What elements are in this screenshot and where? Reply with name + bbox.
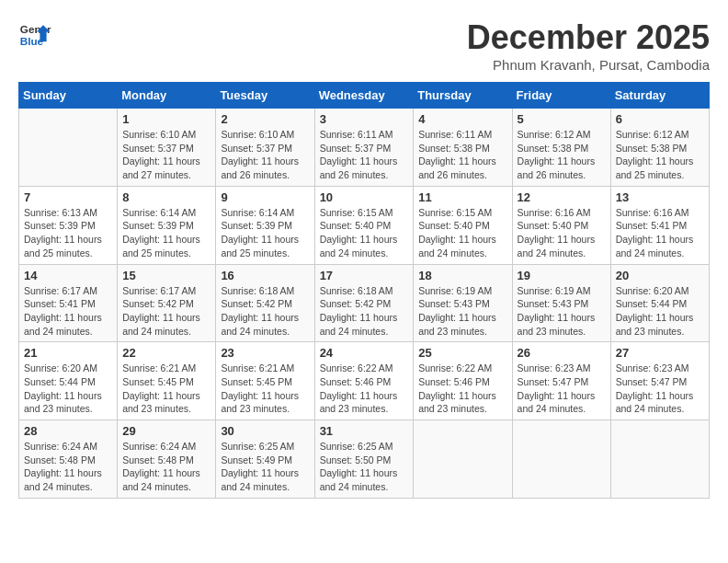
day-number: 11 (418, 190, 506, 204)
header-thursday: Thursday (414, 83, 512, 109)
day-info: Sunrise: 6:11 AMSunset: 5:38 PMDaylight:… (418, 128, 506, 182)
calendar-cell: 8Sunrise: 6:14 AMSunset: 5:39 PMDaylight… (118, 186, 216, 264)
day-number: 14 (24, 269, 112, 282)
page-header: General Blue December 2025 Phnum Kravanh… (18, 18, 710, 73)
day-number: 8 (122, 190, 210, 204)
day-info: Sunrise: 6:16 AMSunset: 5:41 PMDaylight:… (616, 206, 704, 260)
day-info: Sunrise: 6:14 AMSunset: 5:39 PMDaylight:… (122, 206, 210, 260)
day-number: 19 (518, 269, 606, 282)
day-info: Sunrise: 6:10 AMSunset: 5:37 PMDaylight:… (221, 128, 309, 182)
month-title: December 2025 (467, 18, 710, 57)
header-monday: Monday (118, 83, 216, 109)
calendar-cell: 1Sunrise: 6:10 AMSunset: 5:37 PMDaylight… (118, 109, 216, 187)
day-number: 3 (320, 112, 409, 126)
calendar-cell: 17Sunrise: 6:18 AMSunset: 5:42 PMDayligh… (314, 264, 414, 342)
day-info: Sunrise: 6:24 AMSunset: 5:48 PMDaylight:… (24, 440, 112, 494)
calendar-cell: 11Sunrise: 6:15 AMSunset: 5:40 PMDayligh… (414, 186, 512, 264)
day-info: Sunrise: 6:25 AMSunset: 5:50 PMDaylight:… (320, 440, 409, 494)
calendar-cell: 27Sunrise: 6:23 AMSunset: 5:47 PMDayligh… (610, 342, 709, 420)
header-saturday: Saturday (610, 83, 709, 109)
day-info: Sunrise: 6:14 AMSunset: 5:39 PMDaylight:… (221, 206, 309, 260)
logo-icon: General Blue (18, 18, 51, 52)
day-number: 24 (320, 346, 409, 360)
day-number: 21 (24, 346, 112, 360)
day-info: Sunrise: 6:19 AMSunset: 5:43 PMDaylight:… (518, 284, 606, 339)
day-number: 23 (221, 346, 309, 360)
day-number: 7 (24, 190, 112, 204)
calendar-cell: 10Sunrise: 6:15 AMSunset: 5:40 PMDayligh… (314, 186, 414, 264)
day-info: Sunrise: 6:23 AMSunset: 5:47 PMDaylight:… (518, 362, 606, 416)
header-wednesday: Wednesday (314, 83, 414, 109)
day-info: Sunrise: 6:11 AMSunset: 5:37 PMDaylight:… (320, 128, 409, 182)
day-number: 4 (418, 112, 506, 126)
calendar-cell: 13Sunrise: 6:16 AMSunset: 5:41 PMDayligh… (610, 186, 709, 264)
calendar-cell: 12Sunrise: 6:16 AMSunset: 5:40 PMDayligh… (512, 186, 610, 264)
calendar-week-row: 14Sunrise: 6:17 AMSunset: 5:41 PMDayligh… (19, 264, 710, 342)
day-number: 12 (518, 190, 606, 204)
day-number: 6 (616, 112, 704, 126)
day-number: 25 (418, 346, 506, 360)
day-number: 1 (122, 112, 210, 126)
calendar-cell: 5Sunrise: 6:12 AMSunset: 5:38 PMDaylight… (512, 109, 610, 187)
day-number: 29 (122, 424, 210, 438)
calendar-cell (414, 420, 512, 499)
calendar-cell: 20Sunrise: 6:20 AMSunset: 5:44 PMDayligh… (610, 264, 709, 342)
calendar-week-row: 7Sunrise: 6:13 AMSunset: 5:39 PMDaylight… (19, 186, 710, 264)
day-number: 27 (616, 346, 704, 360)
day-info: Sunrise: 6:13 AMSunset: 5:39 PMDaylight:… (24, 206, 112, 260)
day-number: 15 (122, 269, 210, 282)
day-info: Sunrise: 6:22 AMSunset: 5:46 PMDaylight:… (320, 362, 409, 416)
header-sunday: Sunday (19, 83, 118, 109)
day-number: 30 (221, 424, 309, 438)
day-info: Sunrise: 6:23 AMSunset: 5:47 PMDaylight:… (616, 362, 704, 416)
calendar-cell: 22Sunrise: 6:21 AMSunset: 5:45 PMDayligh… (118, 342, 216, 420)
day-info: Sunrise: 6:24 AMSunset: 5:48 PMDaylight:… (122, 440, 210, 494)
day-number: 28 (24, 424, 112, 438)
calendar-cell: 24Sunrise: 6:22 AMSunset: 5:46 PMDayligh… (314, 342, 414, 420)
day-info: Sunrise: 6:12 AMSunset: 5:38 PMDaylight:… (518, 128, 606, 182)
header-tuesday: Tuesday (216, 83, 314, 109)
day-info: Sunrise: 6:17 AMSunset: 5:42 PMDaylight:… (122, 284, 210, 339)
day-number: 10 (320, 190, 409, 204)
day-number: 5 (518, 112, 606, 126)
day-number: 16 (221, 269, 309, 282)
day-info: Sunrise: 6:16 AMSunset: 5:40 PMDaylight:… (518, 206, 606, 260)
calendar-cell: 9Sunrise: 6:14 AMSunset: 5:39 PMDaylight… (216, 186, 314, 264)
calendar-table: SundayMondayTuesdayWednesdayThursdayFrid… (18, 82, 710, 499)
calendar-cell: 16Sunrise: 6:18 AMSunset: 5:42 PMDayligh… (216, 264, 314, 342)
logo: General Blue (18, 18, 51, 52)
calendar-cell: 23Sunrise: 6:21 AMSunset: 5:45 PMDayligh… (216, 342, 314, 420)
day-info: Sunrise: 6:19 AMSunset: 5:43 PMDaylight:… (418, 284, 506, 339)
day-number: 9 (221, 190, 309, 204)
location-subtitle: Phnum Kravanh, Pursat, Cambodia (467, 57, 710, 73)
calendar-week-row: 21Sunrise: 6:20 AMSunset: 5:44 PMDayligh… (19, 342, 710, 420)
calendar-cell: 7Sunrise: 6:13 AMSunset: 5:39 PMDaylight… (19, 186, 118, 264)
day-number: 18 (418, 269, 506, 282)
day-number: 2 (221, 112, 309, 126)
calendar-cell: 28Sunrise: 6:24 AMSunset: 5:48 PMDayligh… (19, 420, 118, 499)
calendar-week-row: 28Sunrise: 6:24 AMSunset: 5:48 PMDayligh… (19, 420, 710, 499)
calendar-cell: 29Sunrise: 6:24 AMSunset: 5:48 PMDayligh… (118, 420, 216, 499)
calendar-cell: 14Sunrise: 6:17 AMSunset: 5:41 PMDayligh… (19, 264, 118, 342)
calendar-cell: 6Sunrise: 6:12 AMSunset: 5:38 PMDaylight… (610, 109, 709, 187)
day-number: 26 (518, 346, 606, 360)
title-block: December 2025 Phnum Kravanh, Pursat, Cam… (467, 18, 710, 73)
day-info: Sunrise: 6:21 AMSunset: 5:45 PMDaylight:… (122, 362, 210, 416)
day-info: Sunrise: 6:15 AMSunset: 5:40 PMDaylight:… (418, 206, 506, 260)
day-info: Sunrise: 6:25 AMSunset: 5:49 PMDaylight:… (221, 440, 309, 494)
calendar-cell (19, 109, 118, 187)
calendar-cell: 4Sunrise: 6:11 AMSunset: 5:38 PMDaylight… (414, 109, 512, 187)
day-info: Sunrise: 6:12 AMSunset: 5:38 PMDaylight:… (616, 128, 704, 182)
calendar-cell: 18Sunrise: 6:19 AMSunset: 5:43 PMDayligh… (414, 264, 512, 342)
calendar-week-row: 1Sunrise: 6:10 AMSunset: 5:37 PMDaylight… (19, 109, 710, 187)
day-info: Sunrise: 6:20 AMSunset: 5:44 PMDaylight:… (616, 284, 704, 339)
calendar-cell: 26Sunrise: 6:23 AMSunset: 5:47 PMDayligh… (512, 342, 610, 420)
day-info: Sunrise: 6:22 AMSunset: 5:46 PMDaylight:… (418, 362, 506, 416)
calendar-cell: 21Sunrise: 6:20 AMSunset: 5:44 PMDayligh… (19, 342, 118, 420)
day-number: 22 (122, 346, 210, 360)
calendar-cell: 19Sunrise: 6:19 AMSunset: 5:43 PMDayligh… (512, 264, 610, 342)
calendar-cell: 31Sunrise: 6:25 AMSunset: 5:50 PMDayligh… (314, 420, 414, 499)
header-friday: Friday (512, 83, 610, 109)
day-number: 13 (616, 190, 704, 204)
day-info: Sunrise: 6:15 AMSunset: 5:40 PMDaylight:… (320, 206, 409, 260)
